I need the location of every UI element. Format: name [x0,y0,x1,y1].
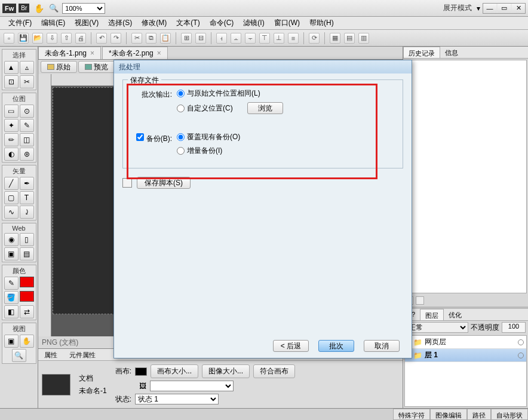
import-icon[interactable]: ⇩ [47,33,57,44]
paste-icon[interactable]: 📋 [160,33,171,44]
text-tool[interactable]: T [20,191,34,204]
backup-checkbox[interactable]: 备份(B): [136,134,172,143]
redo-icon[interactable]: ↷ [110,33,121,44]
pen-tool[interactable]: ✒ [20,177,34,190]
hotspot-tool[interactable]: ◉ [4,233,19,246]
canvas-color-swatch[interactable] [135,367,147,376]
close-tab-icon[interactable]: × [157,49,161,57]
history-tab[interactable]: 历史记录 [403,47,440,58]
zoom-view[interactable]: 🔍 [12,349,26,362]
fill-swatch[interactable] [20,291,34,302]
image-size-button[interactable]: 图像大小... [202,364,250,378]
rect-tool[interactable]: ▢ [4,191,19,204]
close-tab-icon[interactable]: × [90,49,94,57]
arrange1-icon[interactable]: ▦ [330,33,340,44]
mode-label[interactable]: 展开模式 [443,3,472,13]
special-chars-tab[interactable]: 特殊字符 [393,409,430,420]
slice-tool[interactable]: ▯ [20,233,34,246]
brush-tool[interactable]: ✎ [20,119,34,132]
new-icon[interactable]: ▫ [4,33,14,44]
freeform-tool[interactable]: ∿ [4,206,19,219]
stroke-color[interactable]: ✎ [4,277,19,290]
menu-edit[interactable]: 编辑(E) [36,16,70,30]
lasso-tool[interactable]: ⊙ [20,105,34,118]
image-edit-tab[interactable]: 图像编辑 [430,409,467,420]
layer-row-web[interactable]: ▾ 📁 网页层 [405,336,526,349]
subselect-tool[interactable]: ▵ [20,61,34,74]
canvas-size-button[interactable]: 画布大小... [151,364,198,378]
optimize-tab[interactable]: 优化 [444,309,466,320]
props-tab[interactable]: 属性 [38,349,63,360]
align5-icon[interactable]: ⊥ [274,33,284,44]
menu-window[interactable]: 窗口(W) [269,16,305,30]
canvas[interactable] [53,87,118,314]
output-custom-radio[interactable]: 自定义位置(C) [177,103,233,114]
align3-icon[interactable]: ⫟ [245,33,256,44]
group-icon[interactable]: ⊞ [181,33,192,44]
output-same-radio[interactable]: 与原始文件位置相同(L) [177,88,283,99]
batch-button[interactable]: 批次 [318,340,354,352]
arrange3-icon[interactable]: ▥ [358,33,369,44]
menu-file[interactable]: 文件(F) [4,16,36,30]
info-tab[interactable]: 信息 [440,47,463,58]
opacity-value[interactable]: 100 [502,322,526,333]
wand-tool[interactable]: ✦ [4,119,19,132]
doc-tab-2[interactable]: *未命名-2.png× [102,47,168,59]
print-icon[interactable]: 🖨 [75,33,86,44]
menu-filters[interactable]: 滤镜(I) [238,16,269,30]
menu-view[interactable]: 视图(V) [70,16,103,30]
align6-icon[interactable]: ≡ [288,33,299,44]
menu-commands[interactable]: 命令(C) [205,16,239,30]
state-select[interactable]: 状态 1 [135,394,219,404]
browse-button[interactable]: 浏览 [247,102,283,114]
eraser-tool[interactable]: ◫ [20,133,34,146]
visibility-icon[interactable] [518,352,524,358]
minimize-button[interactable]: — [483,4,496,13]
view-original[interactable]: 原始 [41,61,77,73]
ungroup-icon[interactable]: ⊟ [195,33,206,44]
stamp-tool[interactable]: ⊛ [20,148,34,161]
rotate-icon[interactable]: ⟳ [309,33,320,44]
crop-tool[interactable]: ✂ [20,75,34,88]
copy-icon[interactable]: ⧉ [146,33,156,44]
align4-icon[interactable]: ⊤ [259,33,270,44]
back-button[interactable]: < 后退 [273,340,309,352]
gif-icon[interactable]: 🖼 [139,382,146,390]
export-icon[interactable]: ⇧ [61,33,72,44]
zoom-select[interactable]: 100% [62,3,105,14]
gif-select[interactable] [150,381,234,391]
zoom-tool-icon[interactable]: 🔍 [49,4,59,13]
close-button[interactable]: ✕ [512,4,525,13]
auto-shape-tab[interactable]: 自动形状 [491,409,528,420]
menu-text[interactable]: 文本(T) [171,16,204,30]
scale-tool[interactable]: ⊡ [4,75,19,88]
fill-color[interactable]: 🪣 [4,291,19,304]
backup-incr-radio[interactable]: 增量备份(I) [177,146,240,156]
doc-tab-1[interactable]: 未命名-1.png× [38,47,101,59]
hand-view[interactable]: ✋ [20,335,34,348]
path-tab[interactable]: 路径 [467,409,491,420]
cut-icon[interactable]: ✂ [131,33,142,44]
show-tool[interactable]: ▤ [20,247,34,260]
fit-canvas-button[interactable]: 符合画布 [253,364,295,378]
menu-modify[interactable]: 修改(M) [137,16,171,30]
knife-tool[interactable]: ⤸ [20,206,34,219]
blur-tool[interactable]: ◐ [4,148,19,161]
trash-icon[interactable] [416,296,424,305]
pointer-tool[interactable]: ▲ [4,61,19,74]
open-icon[interactable]: 📂 [32,33,43,44]
pencil-tool[interactable]: ✏ [4,133,19,146]
screen-mode[interactable]: ▣ [4,335,19,348]
symbol-props-tab[interactable]: 元件属性 [63,349,102,360]
marquee-tool[interactable]: ▭ [4,105,19,118]
hide-tool[interactable]: ▣ [4,247,19,260]
visibility-icon[interactable] [518,339,524,345]
menu-help[interactable]: 帮助(H) [305,16,339,30]
undo-icon[interactable]: ↶ [96,33,107,44]
hand-tool-icon[interactable]: ✋ [34,4,44,13]
mode-chevron-icon[interactable]: ▾ [477,4,480,13]
stroke-swatch[interactable] [20,277,34,287]
menu-select[interactable]: 选择(S) [103,16,137,30]
cancel-button[interactable]: 取消 [364,340,400,352]
maximize-button[interactable]: ▭ [498,4,511,13]
